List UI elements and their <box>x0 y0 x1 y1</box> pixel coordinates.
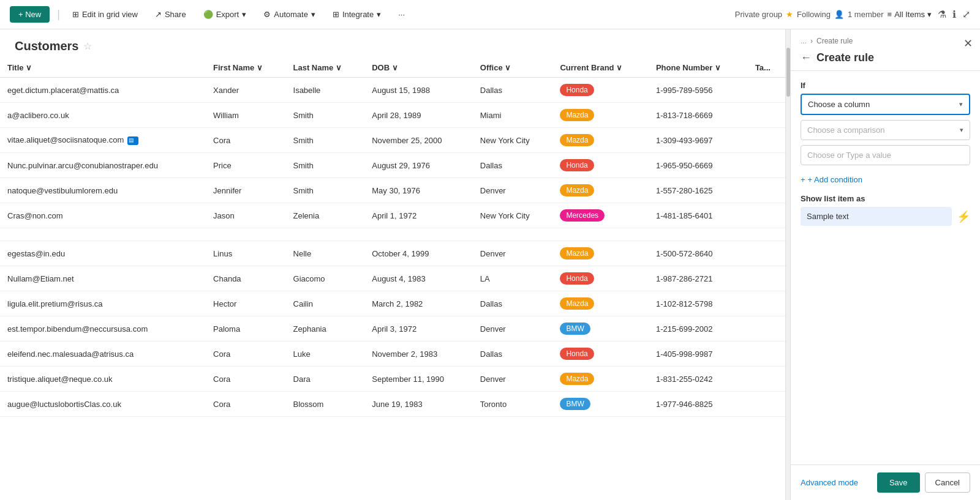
table-row[interactable]: vitae.aliquet@sociisnatoque.comCoraSmith… <box>0 128 785 153</box>
table-row[interactable]: natoque@vestibulumlorem.eduJenniferSmith… <box>0 178 785 203</box>
toolbar-sep-1: | <box>57 8 60 21</box>
choose-comparison-text: Choose a comparison <box>807 125 884 135</box>
chevron-down-icon: ▾ <box>377 10 381 19</box>
sample-text: Sample text <box>807 212 849 221</box>
choose-value-text: Choose or Type a value <box>807 151 891 160</box>
table-row[interactable]: Nullam@Etiam.netChandaGiacomoAugust 4, 1… <box>0 266 785 291</box>
right-icons: ≡ All Items ▾ ⚗ ℹ ⤢ <box>888 9 970 20</box>
main-layout: Customers ☆ Title ∨ First Name ∨ Last Na… <box>0 29 980 500</box>
data-table: Title ∨ First Name ∨ Last Name ∨ DOB ∨ O… <box>0 58 785 417</box>
panel-body: If Choose a column ▾ Choose a comparison… <box>791 71 980 465</box>
choose-column-text: Choose a column <box>808 100 870 109</box>
brand-badge: Mercedes <box>560 209 605 222</box>
close-panel-button[interactable]: ✕ <box>963 37 973 50</box>
share-icon: ↗ <box>155 10 162 19</box>
edit-grid-button[interactable]: ⊞ Edit in grid view <box>67 7 143 21</box>
table-body: eget.dictum.placerat@mattis.caXanderIsab… <box>0 78 785 417</box>
grid-icon: ⊞ <box>72 10 79 19</box>
footer-buttons: Save Cancel <box>877 472 970 493</box>
chevron-down-icon: ▾ <box>242 10 246 19</box>
back-button[interactable]: ← <box>801 51 812 64</box>
chevron-down-icon: ▾ <box>959 100 963 108</box>
table-header-row: Title ∨ First Name ∨ Last Name ∨ DOB ∨ O… <box>0 58 785 78</box>
if-section: If Choose a column ▾ Choose a comparison… <box>801 81 970 165</box>
sample-text-box: Sample text <box>801 207 952 226</box>
table-row[interactable] <box>0 228 785 241</box>
table-row[interactable]: est.tempor.bibendum@neccursusa.comPaloma… <box>0 316 785 341</box>
chat-icon <box>127 136 138 145</box>
list-area: Customers ☆ Title ∨ First Name ∨ Last Na… <box>0 29 785 500</box>
table-row[interactable]: tristique.aliquet@neque.co.ukCoraDaraSep… <box>0 367 785 392</box>
col-first-name[interactable]: First Name ∨ <box>206 58 285 78</box>
brand-badge: Honda <box>560 159 594 171</box>
breadcrumb-arrow: › <box>810 37 813 45</box>
col-title[interactable]: Title ∨ <box>0 58 206 78</box>
choose-comparison-dropdown[interactable]: Choose a comparison ▾ <box>801 120 970 140</box>
brand-badge: Mazda <box>560 373 594 385</box>
toolbar-left: + New | ⊞ Edit in grid view ↗ Share 🟢 Ex… <box>10 6 410 23</box>
export-icon: 🟢 <box>203 10 213 19</box>
table-row[interactable]: egestas@in.eduLinusNelleOctober 4, 1999D… <box>0 241 785 266</box>
expand-button[interactable]: ⤢ <box>962 9 970 20</box>
cancel-button[interactable]: Cancel <box>925 472 970 493</box>
panel-title-text: Create rule <box>816 51 874 64</box>
chevron-down-icon: ▾ <box>311 10 315 19</box>
save-button[interactable]: Save <box>877 472 920 493</box>
export-button[interactable]: 🟢 Export ▾ <box>198 7 252 21</box>
share-button[interactable]: ↗ Share <box>150 7 191 21</box>
breadcrumb-dots: ... <box>801 37 807 45</box>
brand-badge: Mazda <box>560 109 594 121</box>
toolbar-right: Private group ★ Following 👤 1 member ≡ A… <box>735 9 970 20</box>
show-section-label: Show list item as <box>801 194 970 203</box>
panel-footer: Advanced mode Save Cancel <box>791 465 980 500</box>
new-button[interactable]: + New <box>10 6 50 23</box>
brand-badge: Mazda <box>560 184 594 196</box>
show-section: Show list item as Sample text ⚡ <box>801 194 970 226</box>
chevron-down-icon: ▾ <box>960 126 963 134</box>
choose-value-dropdown[interactable]: Choose or Type a value <box>801 145 970 165</box>
all-items-button[interactable]: ≡ All Items ▾ <box>888 10 932 19</box>
brand-badge: Mazda <box>560 297 594 310</box>
col-ta[interactable]: Ta... <box>748 58 785 78</box>
info-button[interactable]: ℹ <box>952 9 956 20</box>
table-row[interactable]: ligula.elit.pretium@risus.caHectorCailin… <box>0 291 785 316</box>
table-row[interactable]: Nunc.pulvinar.arcu@conubianostraper.eduP… <box>0 153 785 178</box>
table-row[interactable]: eleifend.nec.malesuada@atrisus.caCoraLuk… <box>0 341 785 367</box>
table-row[interactable]: augue@luctuslobortisClas.co.ukCoraBlosso… <box>0 392 785 417</box>
brand-badge: Honda <box>560 272 594 285</box>
favorite-button[interactable]: ☆ <box>83 40 92 52</box>
table-row[interactable]: eget.dictum.placerat@mattis.caXanderIsab… <box>0 78 785 103</box>
if-label: If <box>801 81 970 90</box>
advanced-mode-button[interactable]: Advanced mode <box>801 478 858 487</box>
sample-text-row: Sample text ⚡ <box>801 207 970 226</box>
brand-badge: BMW <box>560 398 590 410</box>
choose-column-dropdown[interactable]: Choose a column ▾ <box>801 94 970 115</box>
col-phone[interactable]: Phone Number ∨ <box>649 58 748 78</box>
brand-badge: Honda <box>560 84 594 96</box>
top-bar: + New | ⊞ Edit in grid view ↗ Share 🟢 Ex… <box>0 0 980 29</box>
chevron-down-icon: ▾ <box>927 10 932 19</box>
plus-icon: + <box>801 175 805 184</box>
col-brand[interactable]: Current Brand ∨ <box>552 58 649 78</box>
following-label: Following <box>797 10 831 19</box>
brand-badge: Mazda <box>560 134 594 146</box>
table-row[interactable]: a@aclibero.co.ukWilliamSmithApril 28, 19… <box>0 103 785 128</box>
menu-icon: ≡ <box>888 10 892 19</box>
col-office[interactable]: Office ∨ <box>473 58 553 78</box>
format-button[interactable]: ⚡ <box>957 210 970 223</box>
col-last-name[interactable]: Last Name ∨ <box>286 58 365 78</box>
add-condition-button[interactable]: + + Add condition <box>801 173 970 187</box>
page-title: Customers <box>15 39 78 53</box>
member-count-label: 1 member <box>848 10 884 19</box>
panel-header: ... › Create rule ← Create rule <box>791 29 980 71</box>
panel-title-row: ← Create rule <box>801 51 970 64</box>
integrate-button[interactable]: ⊞ Integrate ▾ <box>328 7 386 21</box>
col-dob[interactable]: DOB ∨ <box>364 58 473 78</box>
member-icon: 👤 <box>834 10 844 19</box>
table-row[interactable]: Cras@non.comJasonZeleniaApril 1, 1972New… <box>0 203 785 228</box>
breadcrumb: ... › Create rule <box>801 37 970 45</box>
filter-button[interactable]: ⚗ <box>938 9 946 20</box>
right-panel: ✕ ... › Create rule ← Create rule If Cho… <box>790 29 980 500</box>
more-button[interactable]: ··· <box>393 7 410 21</box>
automate-button[interactable]: ⚙ Automate ▾ <box>258 7 320 21</box>
